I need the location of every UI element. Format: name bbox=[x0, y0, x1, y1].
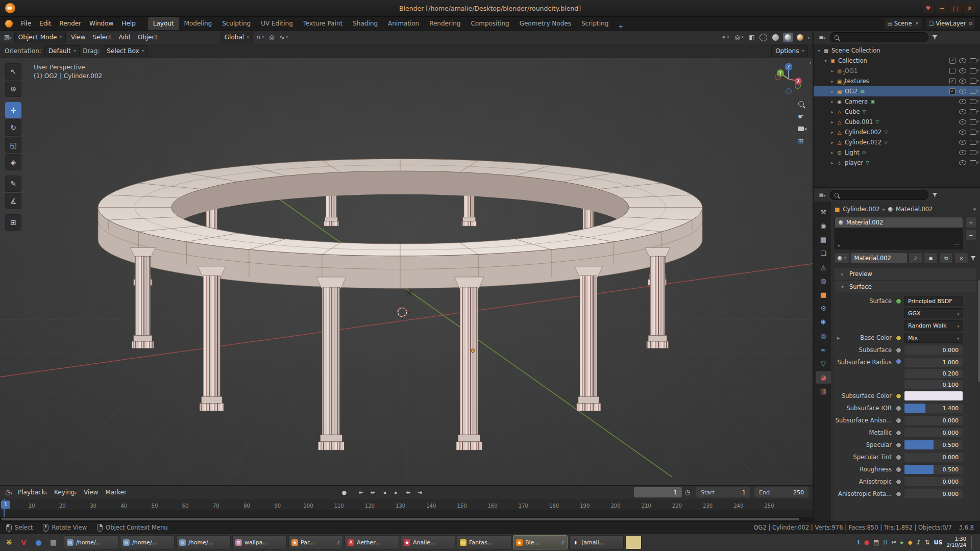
workspace-tab-geometry-nodes[interactable]: Geometry Nodes bbox=[514, 17, 576, 30]
viewport-3d[interactable]: User Perspective (1) OG2 | Cylinder.002 … bbox=[0, 58, 813, 485]
menu-file[interactable]: File bbox=[17, 17, 35, 30]
transform-tool[interactable]: ◈ bbox=[5, 154, 21, 170]
frame-end-field[interactable]: End250 bbox=[754, 487, 808, 497]
viewport-3d-scene[interactable] bbox=[0, 58, 813, 485]
scale-tool[interactable]: ◱ bbox=[5, 137, 21, 153]
snap-magnet-icon[interactable]: ∩ bbox=[255, 34, 265, 41]
workspace-tab-sculpting[interactable]: Sculpting bbox=[217, 17, 256, 30]
taskbar-window-aether[interactable]: AAether... bbox=[345, 535, 399, 549]
outliner-row-scene-collection[interactable]: ▾▦Scene Collection bbox=[814, 45, 980, 56]
hide-in-viewport-icon[interactable] bbox=[959, 109, 966, 114]
tray-volume-icon[interactable]: ♪ bbox=[917, 539, 921, 546]
properties-tab-constraints[interactable]: ∞ bbox=[816, 343, 831, 356]
disable-in-renders-icon[interactable] bbox=[970, 160, 976, 165]
disable-in-renders-icon[interactable] bbox=[970, 109, 976, 114]
workspace-tab-texture-paint[interactable]: Texture Paint bbox=[298, 17, 348, 30]
slider-metallic[interactable]: 0.000 bbox=[904, 428, 963, 438]
outliner-row-camera[interactable]: ▸◉Camera▣ bbox=[814, 96, 980, 107]
timeline-ruler[interactable]: 1020304050607080901001101201301401501601… bbox=[0, 499, 813, 511]
zoom-icon[interactable] bbox=[798, 101, 804, 107]
transform-orientation-dropdown[interactable]: Global bbox=[220, 32, 253, 43]
material-slot-row[interactable]: Material.002 bbox=[835, 217, 963, 228]
camera-view-icon[interactable] bbox=[798, 127, 804, 131]
collection-checkbox[interactable]: ✓ bbox=[949, 78, 955, 84]
disable-in-renders-icon[interactable] bbox=[970, 79, 976, 84]
timeline-scrollbar-handle[interactable] bbox=[2, 518, 799, 520]
outliner-row-light[interactable]: ▸⊙Light⊙ bbox=[814, 147, 980, 158]
taskbar-window-wallpa[interactable]: ▥wallpa... bbox=[232, 535, 287, 549]
remove-slot-button[interactable]: − bbox=[965, 230, 976, 241]
disable-in-renders-icon[interactable] bbox=[970, 150, 976, 155]
tray-info-icon[interactable]: ℹ bbox=[857, 539, 860, 546]
slot-specials-icon[interactable]: ▸ bbox=[838, 243, 841, 248]
preview-panel-header[interactable]: ▸Preview bbox=[835, 268, 976, 280]
collection-checkbox[interactable] bbox=[949, 68, 955, 74]
select-box-tool[interactable]: ↖ bbox=[5, 63, 21, 80]
hide-in-viewport-icon[interactable] bbox=[959, 160, 966, 165]
timeline-menu-view[interactable]: View bbox=[80, 489, 102, 496]
filter-icon[interactable] bbox=[932, 192, 938, 198]
dropdown-ggx[interactable]: GGX bbox=[904, 308, 963, 318]
rotate-tool[interactable]: ↻ bbox=[5, 119, 21, 136]
workspace-tab-modeling[interactable]: Modeling bbox=[179, 17, 217, 30]
breadcrumb-material[interactable]: Material.002 bbox=[896, 206, 933, 213]
timeline-menu-keying[interactable]: Keying bbox=[51, 489, 80, 496]
fake-user-icon[interactable]: ☗ bbox=[924, 253, 938, 264]
outliner-row-cylinder-002[interactable]: ▸△Cylinder.002▽ bbox=[814, 127, 980, 137]
material-name-field[interactable]: Material.002 bbox=[851, 253, 907, 263]
dropdown-random-walk[interactable]: Random Walk bbox=[904, 320, 963, 331]
shading-rendered-icon[interactable] bbox=[795, 33, 805, 42]
annotate-tool[interactable]: ✎ bbox=[5, 176, 21, 192]
properties-tab-output[interactable]: ▤ bbox=[816, 233, 831, 246]
menu-help[interactable]: Help bbox=[117, 17, 139, 30]
properties-tab-texture[interactable]: ▦ bbox=[816, 385, 831, 397]
properties-tab-object[interactable]: ■ bbox=[816, 288, 831, 301]
move-view-icon[interactable]: ☛ bbox=[798, 113, 804, 120]
workspace-tab-compositing[interactable]: Compositing bbox=[465, 17, 514, 30]
timeline-editor-icon[interactable]: ◷ bbox=[4, 489, 13, 496]
hide-in-viewport-icon[interactable] bbox=[959, 89, 966, 94]
shading-material-preview-icon[interactable] bbox=[783, 33, 793, 42]
dropdown-mix[interactable]: Mix bbox=[904, 333, 963, 343]
properties-tab-tool[interactable]: ⚒ bbox=[816, 206, 831, 218]
menu-window[interactable]: Window bbox=[85, 17, 117, 30]
resize-grip-icon[interactable]: ∷∷ bbox=[954, 243, 960, 248]
tray-keyboard-icon[interactable]: ▤ bbox=[873, 539, 879, 546]
workspace-tab-scripting[interactable]: Scripting bbox=[576, 17, 614, 30]
hide-in-viewport-icon[interactable] bbox=[959, 119, 966, 124]
filter-icon[interactable] bbox=[970, 255, 976, 261]
show-gizmo-icon[interactable]: ⌖ bbox=[721, 34, 730, 41]
outliner-row-player[interactable]: ▸⊹player▽ bbox=[814, 158, 980, 168]
auto-keying-button[interactable]: ● bbox=[339, 487, 350, 497]
scene-selector[interactable]: ▤ Scene ✕ bbox=[884, 18, 922, 29]
current-frame-field[interactable]: 1 bbox=[634, 487, 682, 497]
disable-in-renders-icon[interactable] bbox=[970, 99, 976, 104]
disable-in-renders-icon[interactable] bbox=[970, 140, 976, 145]
move-tool[interactable]: ✛ bbox=[5, 102, 21, 118]
slider-specular-tint[interactable]: 0.000 bbox=[904, 452, 963, 462]
properties-search-input[interactable] bbox=[842, 191, 924, 199]
slider-anisotropic-rota[interactable]: 0.000 bbox=[904, 489, 963, 499]
unlink-material-icon[interactable]: ✕ bbox=[954, 253, 968, 264]
slider-subsurface[interactable]: 0.000 bbox=[904, 345, 963, 355]
keyboard-layout-indicator[interactable]: US bbox=[934, 539, 943, 546]
timeline-track[interactable] bbox=[0, 510, 813, 517]
material-slot-list[interactable]: Material.002 ▸ ∷∷ bbox=[835, 217, 963, 249]
hide-in-viewport-icon[interactable] bbox=[959, 68, 966, 73]
proportional-editing-icon[interactable]: ◎ bbox=[267, 34, 276, 41]
tray-network-icon[interactable]: ⇅ bbox=[925, 539, 930, 546]
surface-panel-header[interactable]: ▾Surface bbox=[835, 281, 976, 292]
viewport-menu-object[interactable]: Object bbox=[134, 34, 161, 41]
viewport-menu-select[interactable]: Select bbox=[89, 34, 115, 41]
tray-screenshot-icon[interactable]: ✂ bbox=[892, 539, 897, 546]
hide-in-viewport-icon[interactable] bbox=[959, 79, 966, 84]
taskbar-window-home[interactable]: ▤/home/... bbox=[176, 535, 231, 549]
timeline-scrollbar[interactable] bbox=[0, 517, 813, 521]
disable-in-renders-icon[interactable] bbox=[970, 58, 976, 63]
workspace-tab-layout[interactable]: Layout bbox=[148, 17, 179, 30]
users-count-button[interactable]: 2 bbox=[909, 253, 922, 264]
disable-in-renders-icon[interactable] bbox=[970, 89, 976, 94]
drag-dropdown[interactable]: Select Box bbox=[103, 45, 148, 57]
taskbar-clock[interactable]: 1:30 2/10/24 bbox=[946, 536, 966, 549]
play-reverse-button[interactable]: ◂ bbox=[379, 487, 390, 497]
